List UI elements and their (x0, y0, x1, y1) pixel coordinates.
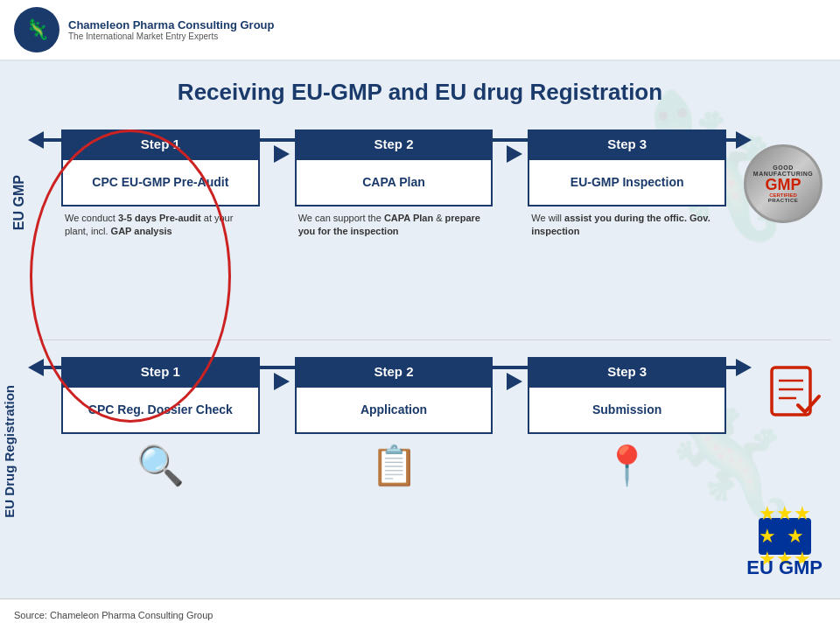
logo-text: Chameleon Pharma Consulting Group The In… (68, 18, 274, 41)
drug-steps-container: Step 1 CPC Reg. Dossier Check 🔍 Step 2 A… (44, 357, 744, 488)
gmp-step2-body: CAPA Plan (295, 158, 494, 206)
gmp-step2-arrow (507, 145, 522, 163)
gmp-step1-header: Step 1 (61, 130, 260, 158)
gmp-step-1: Step 1 CPC EU-GMP Pre-Audit We conduct 3… (44, 130, 277, 239)
gmp-steps-container: Step 1 CPC EU-GMP Pre-Audit We conduct 3… (44, 130, 744, 239)
eu-drug-label: EU Drug Registration (2, 385, 28, 518)
drug-step2-arrow (507, 373, 522, 390)
eu-gmp-logo-text: EU GMP (746, 558, 822, 578)
eu-flag: ★★★★ ★★★★ (759, 518, 811, 555)
company-name: Chameleon Pharma Consulting Group (68, 18, 274, 32)
registration-doc-icon (765, 363, 826, 428)
gmp-step1-body: CPC EU-GMP Pre-Audit (61, 158, 260, 206)
gmp-step-2: Step 2 CAPA Plan We can support the CAPA… (277, 130, 511, 239)
gmp-step3-title: EU-GMP Inspection (570, 174, 684, 190)
drug-step-3: Step 3 Submission 📍 (510, 357, 744, 488)
drug-step3-body: Submission (528, 386, 726, 434)
drug-step2-icon: 📋 (370, 443, 418, 488)
gmp-badge-bottom-text: PRACTICE (768, 198, 799, 203)
header: 🦎 Chameleon Pharma Consulting Group The … (0, 0, 840, 61)
source-text: Source: Chameleon Pharma Consulting Grou… (14, 610, 213, 620)
drug-step3-title: Submission (592, 402, 662, 417)
gmp-step2-desc: We can support the CAPA Plan & prepare y… (295, 212, 494, 239)
drug-step1-header: Step 1 (61, 357, 260, 386)
drug-step-1: Step 1 CPC Reg. Dossier Check 🔍 (44, 357, 277, 488)
gmp-badge-top-text: GOODMANUFACTURING (753, 164, 813, 177)
drug-step-2: Step 2 Application 📋 (277, 357, 511, 488)
page-title: Receiving EU-GMP and EU drug Registratio… (0, 70, 840, 115)
eu-gmp-label: EU GMP (10, 175, 27, 230)
drug-step1-arrow (274, 373, 290, 390)
drug-step2-body: Application (295, 386, 494, 434)
gmp-arrowhead-left (28, 131, 44, 149)
gmp-step-3: Step 3 EU-GMP Inspection We will assist … (510, 130, 744, 239)
drug-step1-icon: 🔍 (136, 443, 185, 488)
svg-rect-0 (772, 368, 810, 415)
gmp-step2-title: CAPA Plan (362, 174, 425, 190)
gmp-step3-header: Step 3 (528, 130, 726, 158)
drug-step3-icon: 📍 (603, 443, 651, 488)
gmp-step3-desc: We will assist you during the offic. Gov… (528, 212, 726, 239)
drug-step2-title: Application (360, 402, 427, 417)
gmp-badge-main-text: GMP (765, 177, 801, 192)
gmp-certified-badge: GOODMANUFACTURING GMP CERTIFIED PRACTICE (744, 144, 822, 223)
logo-icon: 🦎 (14, 7, 60, 52)
gmp-step1-arrow (274, 145, 290, 163)
drug-step1-title: CPC Reg. Dossier Check (88, 402, 233, 417)
footer: Source: Chameleon Pharma Consulting Grou… (0, 598, 840, 630)
gmp-badge-circle: GOODMANUFACTURING GMP CERTIFIED PRACTICE (744, 144, 822, 223)
gmp-step1-desc: We conduct 3-5 days Pre-audit at your pl… (61, 212, 260, 239)
drug-step2-header: Step 2 (295, 357, 494, 386)
company-tagline: The International Market Entry Experts (68, 32, 274, 41)
gmp-step2-header: Step 2 (295, 130, 494, 158)
eu-gmp-logo: ★★★★ ★★★★ EU GMP (746, 518, 822, 578)
drug-step1-body: CPC Reg. Dossier Check (61, 386, 260, 434)
drug-arrowhead-left (28, 359, 44, 376)
gmp-step3-body: EU-GMP Inspection (528, 158, 726, 206)
drug-step3-header: Step 3 (528, 357, 726, 386)
gmp-step1-title: CPC EU-GMP Pre-Audit (92, 174, 228, 190)
row-separator (37, 340, 831, 340)
